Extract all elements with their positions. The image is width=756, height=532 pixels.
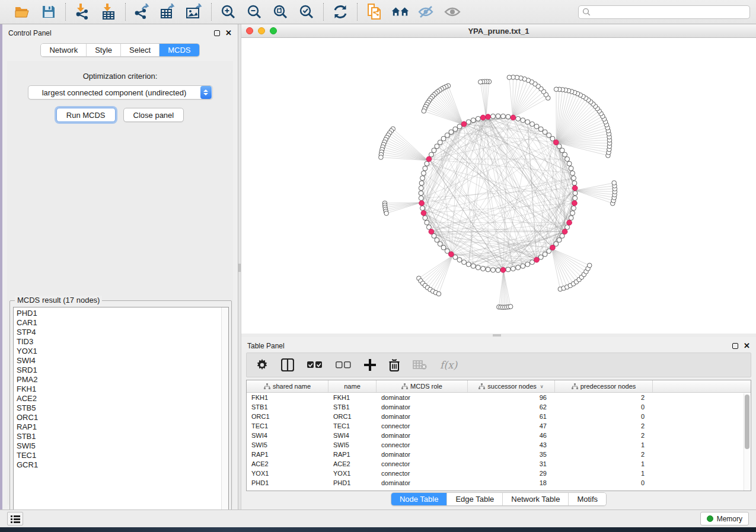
table-scrollbar[interactable] [744,393,750,491]
mcds-result-item[interactable]: FKH1 [17,384,228,394]
tab-style[interactable]: Style [87,44,121,56]
table-scrollbar-thumb[interactable] [745,395,749,449]
zoom-selected-icon[interactable] [298,3,315,21]
run-mcds-button[interactable]: Run MCDS [56,108,116,122]
float-panel-icon[interactable] [732,343,738,349]
show-hidden-icon[interactable] [444,3,461,21]
export-table-icon[interactable] [160,3,177,21]
split-view-icon[interactable] [281,358,294,371]
table-panel-title: Table Panel [247,339,732,350]
zoom-fit-icon[interactable] [272,3,289,21]
criterion-dropdown[interactable]: largest connected component (undirected) [28,85,213,100]
task-history-button[interactable] [7,512,23,525]
mcds-result-item[interactable]: TEC1 [17,451,228,460]
splitter-grip[interactable] [493,334,501,336]
table-cell: dominator [377,393,468,402]
tab-network[interactable]: Network [41,44,87,56]
import-table-icon[interactable] [100,3,117,21]
zoom-in-icon[interactable] [219,3,237,21]
table-cell: ACE2 [247,459,328,469]
table-cell: YOX1 [328,469,377,478]
tab-edge-table[interactable]: Edge Table [447,493,503,505]
mcds-list-scrollbar[interactable] [221,307,228,517]
tab-mcds[interactable]: MCDS [160,44,199,56]
tab-node-table[interactable]: Node Table [391,493,448,505]
column-header-MCDS-role[interactable]: MCDS role [377,380,468,392]
close-panel-icon[interactable]: ✕ [744,343,750,349]
mcds-result-item[interactable]: ACE2 [17,394,228,403]
column-header-name[interactable]: name [328,380,377,392]
mcds-result-item[interactable]: PMA2 [17,375,228,384]
table-cell: dominator [377,478,468,488]
mcds-result-item[interactable]: STB5 [17,403,228,413]
mcds-result-item[interactable]: STB1 [17,432,228,441]
add-column-icon[interactable] [364,359,376,371]
table-cell: ORC1 [328,412,377,421]
delete-column-icon[interactable] [389,359,400,371]
column-label: shared name [273,383,311,390]
first-neighbors-icon[interactable] [391,3,409,21]
close-panel-button[interactable]: Close panel [123,108,184,122]
import-network-icon[interactable] [74,3,91,21]
control-panel-title: Control Panel [8,27,214,37]
network-canvas[interactable] [241,38,756,334]
tab-select[interactable]: Select [121,44,160,56]
table-cell: SWI4 [328,431,377,440]
table-cell: STB1 [328,402,377,412]
table-settings-icon[interactable] [256,359,268,371]
memory-button[interactable]: Memory [700,512,749,525]
close-panel-icon[interactable]: ✕ [225,30,232,36]
table-row[interactable]: ORC1ORC1dominator610 [247,412,751,421]
export-image-icon[interactable] [186,3,203,21]
table-row[interactable]: PHD1PHD1dominator180 [247,478,751,488]
table-row[interactable]: FKH1FKH1dominator962 [247,393,751,402]
mcds-result-item[interactable]: ORC1 [17,413,228,422]
mcds-result-list[interactable]: PHD1CAR1STP4TID3YOX1SWI4SRD1PMA2FKH1ACE2… [13,307,229,517]
select-all-columns-icon[interactable] [307,361,323,369]
mcds-result-item[interactable]: SWI5 [17,441,228,451]
open-file-icon[interactable] [14,3,31,21]
table-row[interactable]: TEC1TEC1connector472 [247,421,751,431]
mcds-result-item[interactable]: SWI4 [17,356,228,366]
network-graph[interactable] [241,38,756,334]
zoom-out-icon[interactable] [245,3,263,21]
duplicate-network-icon[interactable] [365,3,383,21]
table-row[interactable]: STB1STB1dominator620 [247,402,751,412]
column-label: MCDS role [410,383,442,390]
table-row[interactable]: YOX1YOX1connector291 [247,469,751,478]
mcds-result-item[interactable]: RAP1 [17,422,228,432]
save-icon[interactable] [40,3,58,21]
table-cell: 29 [468,469,555,478]
network-titlebar[interactable]: YPA_prune.txt_1 [241,24,756,38]
column-header-successor-nodes[interactable]: successor nodes∨ [468,380,555,392]
mcds-result-item[interactable]: YOX1 [17,347,228,356]
table-row[interactable]: ACE2ACE2connector311 [247,459,751,469]
splitter-grip[interactable] [238,264,241,272]
column-header-predecessor-nodes[interactable]: predecessor nodes [555,380,653,392]
mcds-result-item[interactable]: GCR1 [17,460,228,470]
tab-network-table[interactable]: Network Table [503,493,569,505]
tab-motifs[interactable]: Motifs [569,493,606,505]
mcds-result-item[interactable]: PHD1 [17,309,228,318]
refresh-icon[interactable] [331,3,349,21]
column-header-shared-name[interactable]: shared name [247,380,328,392]
table-cell: 47 [468,421,555,431]
hide-selected-icon[interactable] [417,3,435,21]
table-cell: ORC1 [247,412,328,421]
search-input[interactable] [578,5,750,19]
mcds-result-item[interactable]: CAR1 [17,318,228,328]
table-cell: dominator [377,402,468,412]
table-cell: dominator [377,412,468,421]
table-row[interactable]: SWI5SWI5connector431 [247,440,751,450]
export-network-icon[interactable] [133,3,151,21]
table-cell: PHD1 [328,478,377,488]
mcds-result-item[interactable]: STP4 [17,328,228,337]
unselect-all-columns-icon[interactable] [336,361,351,369]
float-panel-icon[interactable] [214,30,220,36]
node-table: shared namenameMCDS rolesuccessor nodes∨… [246,380,751,491]
search-text-field[interactable] [591,8,739,16]
mcds-result-item[interactable]: TID3 [17,337,228,347]
table-row[interactable]: SWI4SWI4dominator462 [247,431,751,440]
mcds-result-item[interactable]: SRD1 [17,366,228,375]
table-row[interactable]: RAP1RAP1dominator352 [247,450,751,459]
